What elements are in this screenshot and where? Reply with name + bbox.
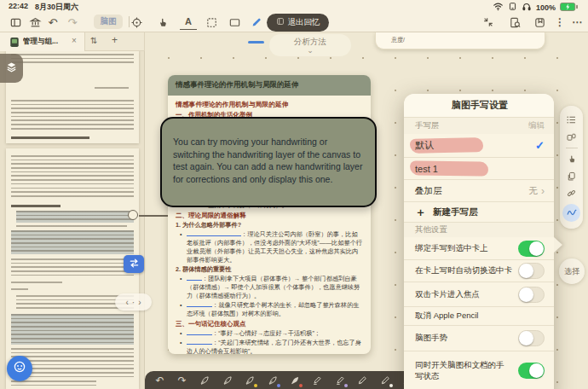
expand-icon[interactable] — [203, 15, 220, 30]
fountain-pen-blue-icon[interactable] — [265, 373, 280, 388]
undo-stroke-icon[interactable]: ↶ — [152, 373, 167, 388]
jump-to-card-button[interactable] — [124, 255, 144, 273]
cards-icon[interactable] — [562, 131, 580, 144]
doc-text-block — [11, 380, 96, 386]
fountain-pen-icon[interactable] — [197, 373, 212, 388]
layer-name: 默认 — [415, 139, 434, 152]
overlay-layer-row[interactable]: 叠加层 无 › — [404, 180, 554, 202]
handwriting-squiggle-icon[interactable] — [562, 204, 580, 222]
setting-row-mindmap-gestures[interactable]: 脑图手势 — [404, 326, 554, 351]
doc-highlight-block[interactable] — [11, 314, 134, 345]
doc-text-block — [11, 258, 134, 277]
sidebar-toggle-icon[interactable] — [7, 15, 24, 30]
document-sidebar[interactable] — [0, 51, 145, 389]
cloze-blank[interactable] — [187, 340, 212, 345]
layer-row-test1[interactable]: test 1 — [404, 158, 554, 180]
undo-icon[interactable]: ↶ — [44, 15, 61, 30]
reorder-tabs-icon[interactable]: ⇅ — [90, 36, 97, 45]
redo-icon[interactable]: ↷ — [64, 15, 81, 30]
exit-recall-button[interactable]: 退出回忆 — [267, 14, 329, 32]
layers-icon — [5, 61, 18, 77]
add-tab-icon[interactable]: + — [112, 34, 118, 46]
fountain-pen-icon[interactable] — [220, 373, 235, 388]
color-dot — [344, 384, 348, 387]
pen-white-icon[interactable] — [378, 373, 393, 388]
checkmark-icon: ✓ — [535, 139, 545, 152]
focus-target-icon[interactable] — [128, 15, 145, 30]
toggle-off[interactable] — [518, 287, 545, 303]
collapse-icon[interactable] — [480, 15, 497, 30]
app-screen: 22:42 8月30日周六 100% ↶ ↷ 脑图 A 退出回忆 — [0, 0, 588, 389]
cloze-blank[interactable] — [187, 276, 202, 281]
card-subheading: 2. 群体情感的重要性 — [176, 265, 363, 274]
highlighter-purple-icon[interactable] — [332, 373, 348, 388]
document-search-icon[interactable] — [506, 15, 523, 30]
select-mode-label: 选择 — [564, 266, 579, 277]
copy-cards-icon[interactable] — [562, 169, 580, 183]
exit-recall-icon — [276, 17, 285, 27]
layer-row-default[interactable]: 默认 ✓ — [404, 134, 554, 158]
analysis-node[interactable]: 分析方法 ⌄ — [269, 34, 351, 56]
link-anchor-circle[interactable] — [128, 210, 138, 220]
color-dot — [299, 384, 303, 387]
cloze-blank[interactable] — [187, 231, 241, 236]
hand-pointer-icon[interactable] — [154, 15, 171, 30]
more-horizontal-icon[interactable]: ⋯ — [568, 15, 585, 30]
assistant-button[interactable] — [7, 356, 32, 381]
edit-layers-button[interactable]: 编辑 — [528, 120, 545, 131]
toggle-on[interactable] — [518, 241, 545, 257]
close-tab-icon[interactable]: × — [72, 36, 77, 45]
handwriting-settings-panel: 脑图手写设置 手写层 编辑 默认 ✓ test 1 叠加层 无 › ＋ 新建手写… — [404, 94, 554, 389]
toggle-on[interactable] — [518, 363, 545, 379]
setting-row-cancel-apple-pencil[interactable]: 取消 Apple Pencil — [404, 307, 554, 326]
next-page-icon[interactable]: › — [138, 298, 141, 307]
doc-text-block — [11, 155, 134, 198]
doc-text-block — [16, 225, 127, 229]
card-header-title: 情感事件理论的作用机制与局限的延伸 — [176, 80, 299, 90]
page-nav-pill[interactable]: ‹ · › — [115, 293, 152, 311]
card-header[interactable]: 情感事件理论的作用机制与局限的延伸 — [168, 75, 371, 96]
pencil-tool-icon[interactable] — [248, 15, 265, 30]
partial-card-top[interactable]: 意度/ — [375, 32, 545, 49]
doc-text-block — [11, 288, 28, 291]
pdf-page[interactable] — [6, 148, 139, 389]
hand-pointer-icon[interactable] — [562, 152, 580, 165]
pdf-page[interactable] — [6, 51, 139, 143]
overlay-value: 无 — [529, 185, 539, 197]
redo-stroke-icon[interactable]: ↷ — [175, 373, 190, 388]
rect-select-icon[interactable] — [226, 15, 243, 30]
pen-icon[interactable] — [355, 373, 370, 388]
card-bullet: ：团队刚拿下大项目（群体事件）→ 整个部门都感到自豪（群体情感）→ 即使个人加班… — [176, 275, 363, 300]
prev-page-icon[interactable]: ‹ — [125, 298, 128, 307]
doc-text-block — [95, 87, 129, 90]
setting-row-sync-handwriting-state[interactable]: 同时开关脑图和文档的手写状态 — [404, 351, 554, 389]
setting-row-bind-handwriting[interactable]: 绑定手写到选中卡上 — [404, 237, 554, 260]
outline-list-icon[interactable] — [562, 113, 580, 126]
doc-heading-line — [11, 205, 61, 207]
layers-button[interactable] — [0, 54, 23, 83]
new-layer-button[interactable]: ＋ 新建手写层 — [404, 202, 554, 223]
library-icon[interactable] — [26, 15, 43, 30]
setting-row-doubletap-focus[interactable]: 双击卡片进入焦点 — [404, 282, 554, 307]
more-vertical-icon[interactable]: ⋮ — [551, 15, 568, 30]
plus-icon: ＋ — [415, 205, 426, 220]
other-section-header: 其他设置 — [404, 223, 554, 237]
toggle-off[interactable] — [518, 330, 545, 346]
text-tool-icon[interactable]: A — [180, 15, 197, 30]
fountain-pen-yellow-icon[interactable] — [242, 373, 257, 388]
highlighter-icon[interactable] — [309, 373, 325, 388]
cloze-blank[interactable] — [187, 302, 212, 307]
cloze-blank[interactable] — [187, 330, 212, 335]
layer-name: test 1 — [415, 164, 438, 174]
mindmap-button[interactable]: 脑图 — [94, 15, 123, 29]
bookmark-icon[interactable] — [531, 15, 548, 30]
select-mode-button[interactable]: 选择 — [559, 258, 585, 284]
doc-highlight-block[interactable] — [11, 230, 134, 254]
card-bullet: ：理论只关注公司内部（卧室）的事，比如老板批评（内部事件），但没考虑外面的“大环… — [176, 230, 363, 264]
toggle-off[interactable] — [518, 263, 545, 279]
card-bullet: ：就像只研究单个树木的生长，却忽略了整片森林的生态环境（群体氛围）对树木的影响。 — [176, 301, 363, 318]
fountain-pen-red-selected-icon[interactable] — [287, 373, 303, 388]
link-icon[interactable] — [562, 187, 580, 200]
doc-highlight-block[interactable] — [16, 211, 134, 223]
setting-row-auto-switch-card[interactable]: 在卡上写时自动切换选中卡 — [404, 260, 554, 282]
